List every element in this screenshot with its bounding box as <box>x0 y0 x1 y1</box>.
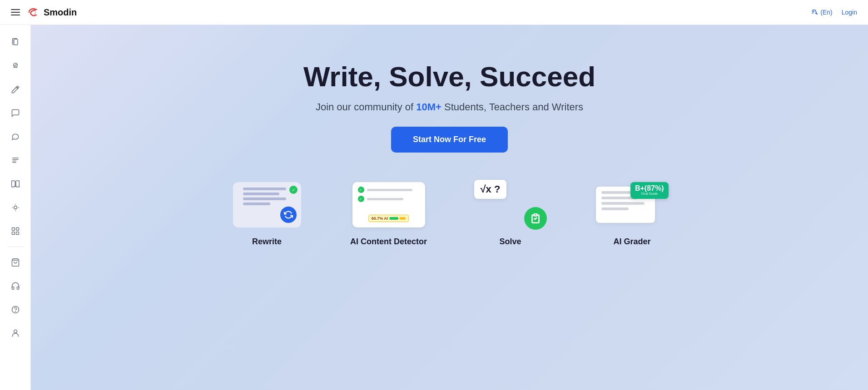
hero-section: Write, Solve, Succeed Join our community… <box>303 25 595 153</box>
rewrite-line-1 <box>243 188 286 190</box>
main-content: Write, Solve, Succeed Join our community… <box>31 25 868 390</box>
reader-icon <box>11 179 20 188</box>
hero-subtitle-after: Students, Teachers and Writers <box>441 101 583 113</box>
svg-rect-13 <box>16 228 19 231</box>
logo-text: Smodin <box>44 7 77 18</box>
grader-line-4 <box>601 207 629 210</box>
grade-text: B+(87%) <box>635 185 664 192</box>
hero-subtitle-highlight: 10M+ <box>416 101 441 113</box>
sidebar-item-font[interactable] <box>5 197 25 217</box>
svg-point-19 <box>14 330 17 333</box>
ai-bar-yellow <box>399 217 406 220</box>
translate-icon <box>811 9 818 16</box>
svg-rect-15 <box>16 232 19 235</box>
detector-line-2 <box>367 198 403 200</box>
feature-ai-content-detector[interactable]: ✓ ✓ 60.7% AI <box>339 180 439 247</box>
help-icon <box>11 305 20 314</box>
svg-point-11 <box>14 206 17 209</box>
layout: Write, Solve, Succeed Join our community… <box>0 25 868 390</box>
hero-subtitle: Join our community of 10M+ Students, Tea… <box>316 101 583 113</box>
sidebar-item-reader[interactable] <box>5 174 25 194</box>
language-button[interactable]: (En) <box>811 9 832 16</box>
messages-icon <box>11 132 20 141</box>
detector-check-2: ✓ <box>358 196 364 202</box>
detector-label: AI Content Detector <box>350 237 427 247</box>
grader-label: AI Grader <box>613 237 650 247</box>
grade-badge: B+(87%) Final Grade <box>630 182 669 198</box>
account-icon <box>11 329 20 338</box>
sidebar-item-messages[interactable] <box>5 127 25 147</box>
sidebar <box>0 25 31 390</box>
sidebar-divider <box>7 247 24 247</box>
smodin-logo-icon <box>25 5 40 20</box>
solve-check-circle <box>524 207 547 230</box>
rewrite-line-4 <box>243 202 270 205</box>
language-label: (En) <box>820 9 832 16</box>
grader-visual-container: B+(87%) Final Grade <box>596 180 669 230</box>
documents-icon <box>11 38 20 47</box>
rewrite-visual: ✓ <box>233 182 301 227</box>
detector-line-1 <box>367 189 412 191</box>
sidebar-item-rewrite[interactable] <box>5 79 25 99</box>
sidebar-item-summarize[interactable] <box>5 150 25 170</box>
rewrite-label: Rewrite <box>252 237 282 247</box>
rewrite-refresh-badge <box>280 207 297 223</box>
grader-visual: B+(87%) Final Grade <box>596 182 669 227</box>
rewrite-visual-container: ✓ <box>231 180 303 230</box>
solve-visual: √x ? <box>474 180 547 230</box>
hamburger-icon[interactable] <box>11 9 20 15</box>
sidebar-item-cart[interactable] <box>5 252 25 272</box>
sidebar-item-documents[interactable] <box>5 32 25 52</box>
sidebar-item-account[interactable] <box>5 323 25 343</box>
navbar-left: Smodin <box>11 5 77 20</box>
sidebar-item-support[interactable] <box>5 276 25 296</box>
sidebar-item-ai-writer[interactable] <box>5 56 25 76</box>
features-row: ✓ Rewrite ✓ ✓ <box>217 180 682 256</box>
feature-rewrite[interactable]: ✓ Rewrite <box>217 180 317 247</box>
sidebar-item-apps[interactable] <box>5 221 25 241</box>
rewrite-lines <box>243 188 296 205</box>
login-button[interactable]: Login <box>842 9 857 16</box>
ai-percentage-text: 60.7% AI <box>372 216 388 221</box>
detector-visual: ✓ ✓ 60.7% AI <box>352 182 425 227</box>
detector-row-1: ✓ <box>358 187 420 193</box>
support-icon <box>11 281 20 291</box>
pencil-icon <box>11 85 20 94</box>
svg-rect-5 <box>14 39 17 45</box>
ai-bar-green <box>389 217 398 220</box>
navbar-right: (En) Login <box>811 9 857 16</box>
svg-rect-12 <box>12 228 15 231</box>
refresh-icon <box>284 210 293 219</box>
solve-label: Solve <box>499 237 521 247</box>
sidebar-item-help[interactable] <box>5 300 25 320</box>
navbar: Smodin (En) Login <box>0 0 868 25</box>
rewrite-line-3 <box>243 197 286 200</box>
grader-line-3 <box>601 202 645 205</box>
grade-sub-text: Final Grade <box>641 192 658 196</box>
ai-writer-icon <box>11 61 20 70</box>
svg-rect-14 <box>12 232 15 235</box>
detector-visual-container: ✓ ✓ 60.7% AI <box>352 180 425 230</box>
feature-ai-grader[interactable]: B+(87%) Final Grade AI Grader <box>582 180 682 247</box>
ai-bar-group <box>389 217 406 220</box>
cart-icon <box>11 258 20 267</box>
clipboard-check-icon <box>530 212 541 224</box>
apps-icon <box>11 227 20 236</box>
solve-formula: √x ? <box>474 180 507 199</box>
sidebar-item-chat[interactable] <box>5 103 25 123</box>
svg-rect-0 <box>25 5 40 20</box>
svg-rect-20 <box>534 214 537 216</box>
svg-point-18 <box>15 311 15 312</box>
feature-solve[interactable]: √x ? Solve <box>461 180 560 247</box>
summarize-icon <box>11 156 20 165</box>
detector-check-1: ✓ <box>358 187 364 193</box>
detector-row-2: ✓ <box>358 196 420 202</box>
rewrite-line-2 <box>243 193 279 195</box>
logo-container[interactable]: Smodin <box>25 5 77 20</box>
chat-icon <box>11 109 20 118</box>
start-now-button[interactable]: Start Now For Free <box>391 127 508 153</box>
hero-title: Write, Solve, Succeed <box>303 61 595 92</box>
rewrite-check-badge: ✓ <box>289 186 298 194</box>
hero-subtitle-before: Join our community of <box>316 101 416 113</box>
ai-percentage-badge: 60.7% AI <box>368 215 409 222</box>
